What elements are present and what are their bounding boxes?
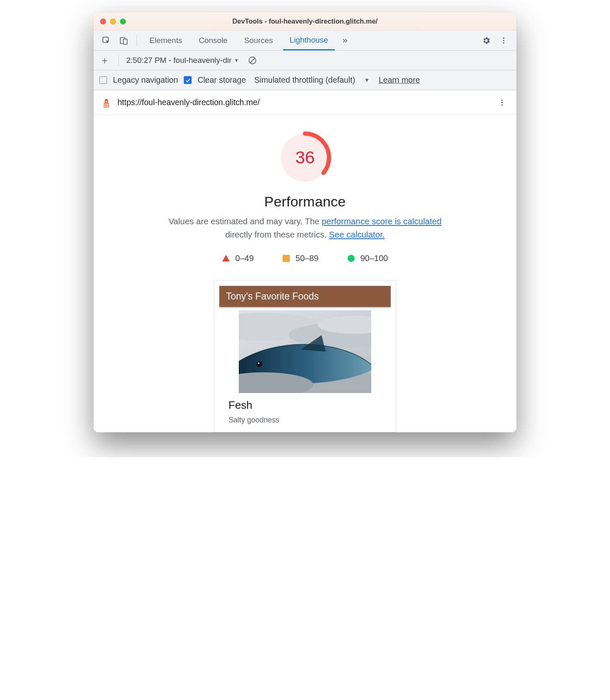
kebab-menu-icon[interactable]: [497, 34, 511, 48]
see-calculator-link[interactable]: See calculator.: [329, 230, 384, 239]
lighthouse-options-bar: Legacy navigation Clear storage Simulate…: [94, 70, 516, 90]
separator: [118, 55, 119, 66]
legend-average-label: 50–89: [295, 254, 319, 263]
legacy-navigation-label: Legacy navigation: [113, 75, 178, 85]
inspect-element-icon[interactable]: [99, 34, 113, 48]
desc-text: Values are estimated and may vary. The: [168, 216, 322, 226]
throttling-label: Simulated throttling (default): [254, 75, 355, 85]
svg-point-3: [503, 37, 504, 38]
clear-icon[interactable]: [245, 53, 259, 67]
filmstrip-item-subtitle: Salty goodness: [228, 416, 382, 424]
svg-rect-10: [104, 105, 109, 106]
legend-pass-label: 90–100: [360, 254, 388, 263]
report-url-row: https://foul-heavenly-direction.glitch.m…: [94, 90, 516, 115]
performance-score: 36: [278, 131, 332, 185]
report-kebab-icon[interactable]: [495, 96, 509, 110]
tab-sources[interactable]: Sources: [238, 31, 280, 50]
report-selector[interactable]: 2:50:27 PM - foul-heavenly-dir ▼: [126, 56, 239, 65]
square-icon: [283, 255, 290, 262]
tab-lighthouse[interactable]: Lighthouse: [283, 31, 335, 50]
filmstrip-frame: Tony's Favorite Foods: [214, 280, 396, 432]
legend-average: 50–89: [283, 254, 319, 263]
report-url: https://foul-heavenly-direction.glitch.m…: [118, 98, 489, 107]
new-report-button[interactable]: ＋: [98, 54, 111, 67]
svg-marker-13: [104, 98, 108, 100]
filmstrip-image: [239, 310, 371, 393]
more-tabs-icon[interactable]: »: [338, 34, 352, 48]
svg-rect-12: [106, 101, 107, 102]
device-toolbar-icon[interactable]: [117, 34, 131, 48]
settings-gear-icon[interactable]: [479, 34, 493, 48]
learn-more-link[interactable]: Learn more: [379, 75, 420, 85]
legend-fail-label: 0–49: [235, 254, 254, 263]
svg-line-7: [250, 58, 255, 62]
triangle-icon: [222, 255, 230, 261]
tab-elements[interactable]: Elements: [143, 31, 189, 50]
performance-score-calc-link[interactable]: performance score is calculated: [322, 216, 441, 226]
separator: [137, 35, 137, 46]
svg-point-16: [501, 104, 502, 105]
window-traffic-lights: [94, 19, 126, 24]
window-close-button[interactable]: [100, 19, 106, 24]
devtools-tabs-bar: Elements Console Sources Lighthouse »: [94, 31, 516, 50]
legend-pass: 90–100: [348, 254, 388, 263]
lighthouse-report-bar: ＋ 2:50:27 PM - foul-heavenly-dir ▼: [94, 50, 516, 70]
lighthouse-report: 36 Performance Values are estimated and …: [94, 115, 516, 432]
svg-point-14: [501, 99, 502, 101]
performance-gauge: 36: [278, 131, 332, 185]
svg-rect-8: [104, 103, 109, 108]
svg-point-4: [503, 40, 504, 41]
chevron-down-icon: ▼: [234, 58, 239, 63]
window-minimize-button[interactable]: [110, 19, 116, 24]
window-zoom-button[interactable]: [120, 19, 126, 24]
throttling-dropdown-icon[interactable]: ▼: [364, 77, 370, 83]
clear-storage-label: Clear storage: [197, 75, 246, 85]
filmstrip-app-header: Tony's Favorite Foods: [219, 286, 391, 307]
legacy-navigation-checkbox[interactable]: [99, 76, 107, 84]
svg-point-15: [501, 102, 502, 103]
circle-icon: [348, 255, 355, 262]
report-selector-label: 2:50:27 PM - foul-heavenly-dir: [126, 56, 232, 65]
svg-rect-9: [104, 104, 109, 105]
devtools-window: DevTools - foul-heavenly-direction.glitc…: [94, 12, 516, 432]
svg-point-22: [257, 361, 262, 367]
category-title: Performance: [264, 194, 346, 210]
category-description: Values are estimated and may vary. The p…: [156, 215, 454, 241]
legend-fail: 0–49: [222, 254, 254, 263]
window-title: DevTools - foul-heavenly-direction.glitc…: [94, 17, 516, 25]
clear-storage-checkbox[interactable]: [184, 76, 192, 84]
svg-point-23: [258, 362, 259, 364]
score-legend: 0–49 50–89 90–100: [222, 254, 388, 263]
desc-text: directly from these metrics.: [225, 230, 329, 239]
window-titlebar: DevTools - foul-heavenly-direction.glitc…: [94, 12, 516, 31]
tab-console[interactable]: Console: [192, 31, 234, 50]
lighthouse-logo-icon: [101, 97, 112, 108]
filmstrip-item-title: Fesh: [228, 399, 382, 412]
svg-rect-2: [123, 39, 127, 44]
svg-point-5: [503, 42, 504, 43]
